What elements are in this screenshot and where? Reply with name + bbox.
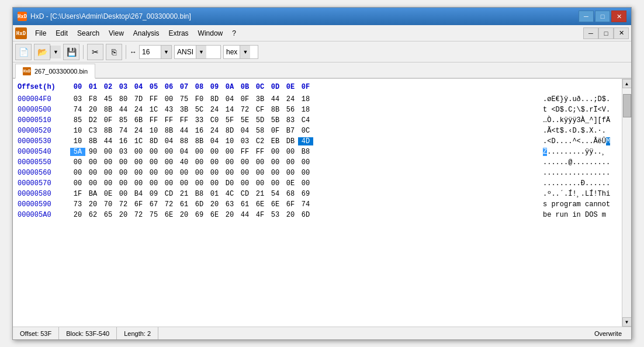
byte-cell[interactable]: 00: [192, 169, 207, 177]
byte-cell[interactable]: CF: [252, 106, 268, 114]
byte-cell[interactable]: 04: [161, 137, 176, 145]
byte-cell[interactable]: 7D: [131, 95, 146, 103]
byte-cell[interactable]: 00: [161, 179, 176, 188]
byte-cell[interactable]: 00: [176, 179, 192, 188]
byte-cell[interactable]: 00: [283, 169, 298, 177]
byte-cell[interactable]: 6F: [131, 200, 146, 209]
byte-cell[interactable]: 4C: [222, 190, 237, 198]
byte-cell[interactable]: 83: [283, 116, 298, 124]
byte-cell[interactable]: 90: [85, 148, 101, 156]
byte-cell[interactable]: 00: [237, 158, 252, 166]
columns-arrow[interactable]: ▼: [161, 46, 171, 58]
byte-cell[interactable]: 00: [237, 169, 252, 177]
byte-cell[interactable]: C2: [252, 137, 268, 145]
byte-cell[interactable]: 00: [146, 158, 161, 166]
byte-cell[interactable]: 69: [192, 211, 207, 219]
byte-cell[interactable]: 00: [207, 148, 222, 156]
table-row[interactable]: 000004F003F845807DFF0075F08D040F3B442418…: [18, 94, 617, 105]
byte-cell[interactable]: 75: [176, 95, 192, 103]
byte-cell[interactable]: 20: [283, 211, 298, 219]
byte-cell[interactable]: 72: [161, 200, 176, 209]
byte-cell[interactable]: 40: [176, 158, 192, 166]
byte-cell[interactable]: 65: [101, 211, 116, 219]
byte-cell[interactable]: 58: [252, 127, 268, 135]
byte-cell[interactable]: 00: [222, 158, 237, 166]
byte-cell[interactable]: 00: [252, 179, 268, 188]
byte-cell[interactable]: 6F: [283, 200, 298, 209]
byte-cell[interactable]: 00: [85, 179, 101, 188]
byte-cell[interactable]: B8: [298, 148, 313, 156]
byte-cell[interactable]: 80: [116, 95, 131, 103]
byte-cell[interactable]: 69: [298, 190, 313, 198]
byte-cell[interactable]: 00: [268, 158, 283, 166]
byte-cell[interactable]: 0F: [237, 95, 252, 103]
byte-cell[interactable]: 3B: [252, 95, 268, 103]
open-button[interactable]: 📂: [34, 44, 50, 60]
byte-cell[interactable]: 0F: [268, 127, 283, 135]
byte-cell[interactable]: 00: [101, 169, 116, 177]
byte-cell[interactable]: 10: [70, 137, 85, 145]
byte-cell[interactable]: 04: [207, 137, 222, 145]
byte-cell[interactable]: 00: [222, 148, 237, 156]
open-dropdown-arrow[interactable]: ▼: [50, 46, 61, 58]
byte-cell[interactable]: 00: [146, 179, 161, 188]
byte-cell[interactable]: 5B: [268, 116, 283, 124]
byte-cell[interactable]: 00: [116, 158, 131, 166]
columns-dropdown[interactable]: ▼: [139, 45, 172, 59]
byte-cell[interactable]: 75: [146, 211, 161, 219]
inner-maximize[interactable]: □: [598, 27, 614, 39]
byte-cell[interactable]: 44: [237, 211, 252, 219]
byte-cell[interactable]: 00: [207, 158, 222, 166]
byte-cell[interactable]: 00: [283, 158, 298, 166]
byte-cell[interactable]: 62: [85, 211, 101, 219]
table-row[interactable]: 0000057000000000000000000000D00000000E00…: [18, 178, 617, 189]
scrollbar[interactable]: ▲ ▼: [622, 79, 631, 327]
table-row[interactable]: 0000056000000000000000000000000000000000…: [18, 168, 617, 178]
byte-cell[interactable]: 5F: [222, 116, 237, 124]
byte-cell[interactable]: 68: [283, 190, 298, 198]
hex-view[interactable]: Offset(h) 00 01 02 03 04 05 06 07 08 09 …: [13, 79, 622, 327]
byte-cell[interactable]: 16: [192, 127, 207, 135]
menu-view[interactable]: View: [104, 27, 129, 40]
table-row[interactable]: 0000052010C38B7424108B4416248D04580FB70C…: [18, 126, 617, 136]
byte-cell[interactable]: 6D: [298, 211, 313, 219]
byte-cell[interactable]: 74: [298, 200, 313, 209]
byte-cell[interactable]: 5D: [252, 116, 268, 124]
byte-cell[interactable]: 03: [237, 137, 252, 145]
byte-cell[interactable]: 8D: [146, 137, 161, 145]
byte-cell[interactable]: 00: [268, 148, 283, 156]
byte-cell[interactable]: 00: [146, 169, 161, 177]
scroll-down[interactable]: ▼: [622, 317, 632, 327]
byte-cell[interactable]: 10: [146, 127, 161, 135]
inner-minimize[interactable]: ─: [583, 27, 598, 39]
byte-cell[interactable]: 43: [161, 106, 176, 114]
byte-cell[interactable]: C4: [298, 116, 313, 124]
menu-edit[interactable]: Edit: [51, 27, 72, 40]
byte-cell[interactable]: 00: [298, 158, 313, 166]
byte-cell[interactable]: 00: [146, 148, 161, 156]
byte-cell[interactable]: 00: [131, 169, 146, 177]
byte-cell[interactable]: 33: [192, 116, 207, 124]
encoding-arrow[interactable]: ▼: [196, 46, 206, 58]
byte-cell[interactable]: EB: [268, 137, 283, 145]
byte-cell[interactable]: 24: [131, 127, 146, 135]
byte-cell[interactable]: 4D: [298, 137, 313, 145]
table-row[interactable]: 00000590732070726F6772616D2063616E6E6F74…: [18, 199, 617, 210]
menu-analysis[interactable]: Analysis: [129, 27, 164, 40]
byte-cell[interactable]: 44: [176, 127, 192, 135]
byte-cell[interactable]: 61: [176, 200, 192, 209]
byte-cell[interactable]: 00: [70, 169, 85, 177]
byte-cell[interactable]: FF: [146, 116, 161, 124]
byte-cell[interactable]: 0F: [101, 116, 116, 124]
byte-cell[interactable]: 8D: [222, 127, 237, 135]
menu-extras[interactable]: Extras: [164, 27, 193, 40]
byte-cell[interactable]: 10: [222, 137, 237, 145]
byte-cell[interactable]: 61: [237, 200, 252, 209]
byte-cell[interactable]: 1C: [146, 106, 161, 114]
byte-cell[interactable]: 6E: [161, 211, 176, 219]
scroll-up[interactable]: ▲: [622, 79, 632, 88]
byte-cell[interactable]: 44: [101, 137, 116, 145]
byte-cell[interactable]: 00: [85, 169, 101, 177]
byte-cell[interactable]: 00: [131, 158, 146, 166]
byte-cell[interactable]: 5A: [70, 148, 85, 156]
